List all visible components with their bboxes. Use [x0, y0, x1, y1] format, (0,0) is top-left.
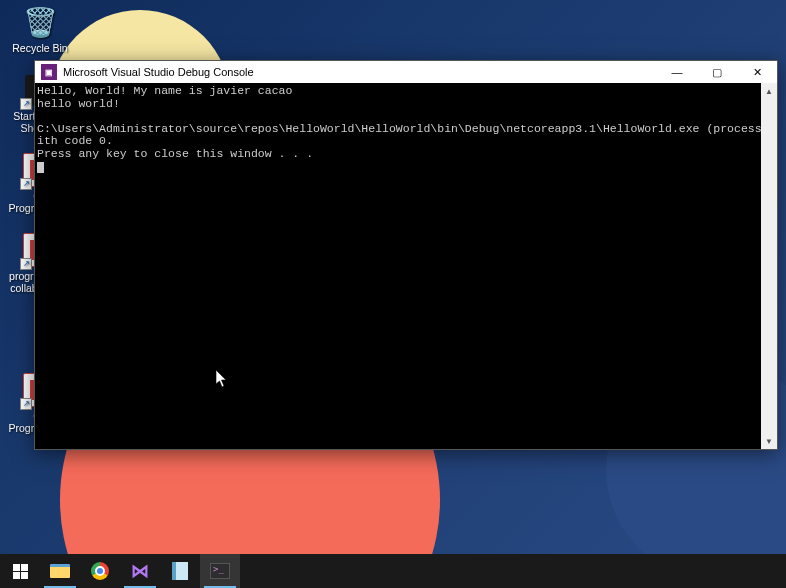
- console-body[interactable]: Hello, World! My name is javier cacao he…: [35, 83, 777, 449]
- minimize-button[interactable]: —: [657, 61, 697, 83]
- file-explorer-icon: [50, 564, 70, 578]
- window-control-buttons: — ▢ ✕: [657, 61, 777, 83]
- vs-app-icon: ▣: [41, 64, 57, 80]
- taskbar-file-explorer[interactable]: [40, 554, 80, 588]
- vertical-scrollbar[interactable]: ▲ ▼: [761, 83, 777, 449]
- start-button[interactable]: [0, 554, 40, 588]
- terminal-icon: [210, 563, 230, 579]
- console-output: Hello, World! My name is javier cacao he…: [35, 83, 761, 449]
- scroll-up-button[interactable]: ▲: [761, 83, 777, 99]
- text-caret: [37, 162, 44, 173]
- debug-console-window: ▣ Microsoft Visual Studio Debug Console …: [34, 60, 778, 450]
- desktop-icon-label: Recycle Bin: [12, 42, 67, 54]
- windows-start-icon: [13, 564, 28, 579]
- scroll-track[interactable]: [761, 99, 777, 433]
- visual-studio-icon: ⋈: [130, 561, 150, 581]
- close-button[interactable]: ✕: [737, 61, 777, 83]
- recycle-bin-icon: 🗑️: [22, 4, 58, 40]
- scroll-down-button[interactable]: ▼: [761, 433, 777, 449]
- maximize-button[interactable]: ▢: [697, 61, 737, 83]
- desktop-icon-recycle-bin[interactable]: 🗑️ Recycle Bin: [6, 4, 74, 54]
- taskbar-notepad[interactable]: [160, 554, 200, 588]
- taskbar-console[interactable]: [200, 554, 240, 588]
- taskbar-chrome[interactable]: [80, 554, 120, 588]
- chrome-icon: [91, 562, 109, 580]
- window-title: Microsoft Visual Studio Debug Console: [63, 66, 657, 78]
- notepad-icon: [172, 562, 188, 580]
- window-titlebar[interactable]: ▣ Microsoft Visual Studio Debug Console …: [35, 61, 777, 83]
- taskbar: ⋈: [0, 554, 786, 588]
- taskbar-visual-studio[interactable]: ⋈: [120, 554, 160, 588]
